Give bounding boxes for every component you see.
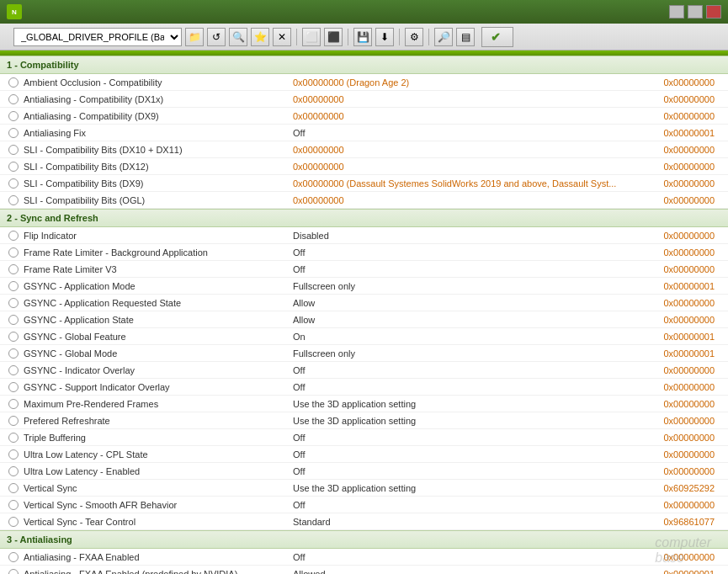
scan-button[interactable]: 🔍 (229, 28, 247, 46)
table-row[interactable]: Ultra Low Latency - EnabledOff0x00000000 (0, 463, 728, 480)
table-row[interactable]: Antialiasing - Compatibility (DX1x)0x000… (0, 91, 728, 108)
table-row[interactable]: Vertical Sync - Tear ControlStandard0x96… (0, 513, 728, 530)
profile-select[interactable]: _GLOBAL_DRIVER_PROFILE (Base Profile) (13, 28, 182, 46)
row-setting-value: On (293, 332, 646, 342)
star-button[interactable]: ⭐ (251, 28, 269, 46)
row-setting-value: Allow (293, 315, 646, 325)
row-setting-value: Standard (293, 517, 646, 527)
table-row[interactable]: GSYNC - Global ModeFullscreen only0x0000… (0, 345, 728, 362)
row-hex-value: 0x00000000 (646, 178, 721, 189)
row-radio-icon (7, 347, 20, 360)
minimize-button[interactable] (669, 5, 684, 19)
table-row[interactable]: GSYNC - Global FeatureOn0x00000001 (0, 328, 728, 345)
table-row[interactable]: Antialiasing - FXAA Enabled (predefined … (0, 566, 728, 574)
row-radio-icon (7, 143, 20, 157)
table-row[interactable]: Antialiasing - FXAA EnabledOff0x00000000 (0, 549, 728, 566)
row-hex-value: 0x00000000 (646, 433, 721, 443)
row-hex-value: 0x00000000 (646, 111, 721, 121)
refresh-button[interactable]: ↺ (207, 28, 226, 46)
down-button[interactable]: ⬇ (375, 28, 394, 46)
row-setting-name: Ultra Low Latency - Enabled (24, 466, 293, 476)
row-setting-name: SLI - Compatibility Bits (OGL) (24, 195, 293, 205)
title-bar-controls[interactable] (669, 5, 721, 19)
table-row[interactable]: Maximum Pre-Rendered FramesUse the 3D ap… (0, 396, 728, 412)
apply-checkmark-icon: ✔ (491, 30, 501, 44)
row-setting-name: Vertical Sync - Smooth AFR Behavior (24, 500, 293, 510)
table-row[interactable]: SLI - Compatibility Bits (DX12)0x0000000… (0, 158, 728, 175)
row-setting-value: 0x00000000 (293, 162, 646, 172)
table-row[interactable]: GSYNC - Application Requested StateAllow… (0, 295, 728, 311)
row-setting-name: GSYNC - Support Indicator Overlay (24, 382, 293, 392)
toolbar: _GLOBAL_DRIVER_PROFILE (Base Profile) 📁 … (0, 24, 728, 50)
filter-button[interactable]: ▤ (456, 28, 475, 46)
row-radio-icon (7, 246, 20, 259)
row-radio-icon (7, 263, 20, 276)
row-setting-value: Off (293, 466, 646, 476)
row-setting-name: Flip Indicator (24, 231, 293, 241)
row-radio-icon (7, 364, 20, 377)
table-row[interactable]: Ambient Occlusion - Compatibility0x00000… (0, 74, 728, 91)
row-radio-icon (7, 313, 20, 327)
settings-button[interactable]: ⚙ (405, 28, 423, 46)
row-radio-icon (7, 380, 20, 394)
open-profile-button[interactable]: 📁 (185, 28, 204, 46)
table-row[interactable]: GSYNC - Support Indicator OverlayOff0x00… (0, 379, 728, 396)
maximize-button[interactable] (688, 5, 703, 19)
row-radio-icon (7, 76, 20, 89)
row-setting-value: Disabled (293, 231, 646, 241)
row-setting-value: Use the 3D application setting (293, 416, 646, 426)
title-bar-left: N (7, 4, 27, 19)
row-setting-name: GSYNC - Global Mode (24, 348, 293, 359)
row-hex-value: 0x00000000 (646, 231, 721, 241)
row-hex-value: 0x96861077 (646, 517, 721, 527)
table-row[interactable]: Antialiasing - Compatibility (DX9)0x0000… (0, 108, 728, 125)
title-bar: N (0, 0, 728, 24)
table-row[interactable]: Ultra Low Latency - CPL StateOff0x000000… (0, 446, 728, 463)
row-hex-value: 0x60925292 (646, 483, 721, 493)
row-setting-value: Use the 3D application setting (293, 399, 646, 409)
row-setting-name: Prefered Refreshrate (24, 416, 293, 426)
table-row[interactable]: Flip IndicatorDisabled0x00000000 (0, 227, 728, 244)
search-button[interactable]: 🔎 (434, 28, 453, 46)
table-row[interactable]: Vertical Sync - Smooth AFR BehaviorOff0x… (0, 497, 728, 513)
row-hex-value: 0x00000000 (646, 449, 721, 460)
row-radio-icon (7, 515, 20, 529)
import-button[interactable]: ⬜ (302, 28, 321, 46)
row-setting-value: 0x00000000 (293, 94, 646, 104)
delete-button[interactable]: ✕ (273, 28, 291, 46)
table-row[interactable]: Prefered RefreshrateUse the 3D applicati… (0, 412, 728, 429)
table-row[interactable]: Frame Rate Limiter - Background Applicat… (0, 244, 728, 261)
scroll-container[interactable]: 1 - CompatibilityAmbient Occlusion - Com… (0, 56, 728, 574)
row-radio-icon (7, 550, 20, 564)
row-setting-name: Frame Rate Limiter - Background Applicat… (24, 247, 293, 258)
row-setting-name: Antialiasing - FXAA Enabled (predefined … (24, 569, 293, 575)
row-hex-value: 0x00000000 (646, 315, 721, 325)
export-button[interactable]: ⬛ (324, 28, 343, 46)
table-row[interactable]: Frame Rate Limiter V3Off0x00000000 (0, 261, 728, 278)
table-row[interactable]: Antialiasing FixOff0x00000001 (0, 125, 728, 141)
row-setting-name: GSYNC - Application Mode (24, 281, 293, 291)
row-setting-name: GSYNC - Global Feature (24, 332, 293, 342)
close-button[interactable] (706, 5, 721, 19)
table-row[interactable]: GSYNC - Application StateAllow0x00000000 (0, 311, 728, 328)
table-row[interactable]: Vertical SyncUse the 3D application sett… (0, 480, 728, 497)
table-row[interactable]: Triple BufferingOff0x00000000 (0, 429, 728, 446)
row-radio-icon (7, 498, 20, 512)
table-row[interactable]: SLI - Compatibility Bits (DX10 + DX11)0x… (0, 141, 728, 158)
row-hex-value: 0x00000000 (646, 145, 721, 155)
row-setting-name: Maximum Pre-Rendered Frames (24, 399, 293, 409)
row-setting-name: Triple Buffering (24, 433, 293, 443)
row-setting-name: Ultra Low Latency - CPL State (24, 449, 293, 460)
table-row[interactable]: SLI - Compatibility Bits (OGL)0x00000000… (0, 192, 728, 209)
row-radio-icon (7, 431, 20, 444)
save-button[interactable]: 💾 (353, 28, 372, 46)
row-hex-value: 0x00000001 (646, 569, 721, 575)
apply-changes-button[interactable]: ✔ (481, 27, 513, 47)
row-setting-value: Off (293, 264, 646, 274)
table-row[interactable]: GSYNC - Application ModeFullscreen only0… (0, 278, 728, 295)
row-setting-name: GSYNC - Application State (24, 315, 293, 325)
table-row[interactable]: SLI - Compatibility Bits (DX9)0x00000000… (0, 175, 728, 192)
row-hex-value: 0x00000000 (646, 247, 721, 258)
table-row[interactable]: GSYNC - Indicator OverlayOff0x00000000 (0, 362, 728, 379)
row-setting-name: GSYNC - Application Requested State (24, 298, 293, 308)
